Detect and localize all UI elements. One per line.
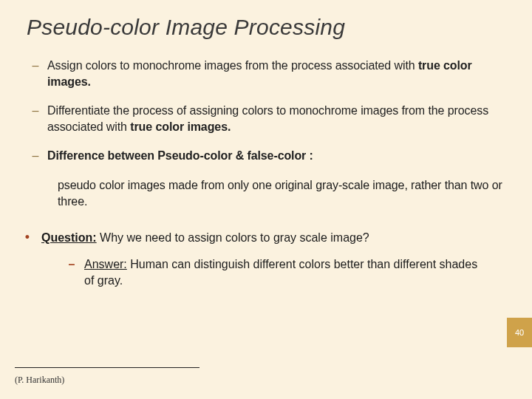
sub-paragraph: pseudo color images made from only one o… bbox=[58, 177, 510, 209]
answer-line: – Answer: Human can distinguish differen… bbox=[66, 256, 510, 290]
horizontal-rule bbox=[15, 367, 200, 368]
text-bold: true color images. bbox=[130, 120, 231, 133]
question-body: Why we need to assign colors to gray sca… bbox=[97, 231, 369, 244]
attribution: (P. Harikanth) bbox=[15, 375, 64, 386]
answer-label: Answer: bbox=[84, 258, 127, 270]
dash-icon: – bbox=[31, 58, 40, 89]
page-number-badge: 40 bbox=[507, 318, 532, 347]
bullet-text-3: Difference between Pseudo-color & false-… bbox=[47, 148, 510, 164]
text-part: Differentiate the process of assigning c… bbox=[47, 104, 488, 133]
dash-icon: – bbox=[31, 103, 40, 134]
slide: Pseudo-color Image Processing – Assign c… bbox=[0, 0, 532, 399]
answer-body: Human can distinguish different colors b… bbox=[84, 258, 477, 287]
dash-icon: – bbox=[31, 148, 40, 164]
bullet-item-1: – Assign colors to monochrome images fro… bbox=[31, 58, 510, 89]
question-text: Question: Why we need to assign colors t… bbox=[41, 230, 510, 246]
question-label: Question: bbox=[41, 231, 97, 244]
question-line: • Question: Why we need to assign colors… bbox=[22, 230, 510, 246]
answer-text: Answer: Human can distinguish different … bbox=[84, 256, 510, 290]
bullet-text-2: Differentiate the process of assigning c… bbox=[47, 103, 510, 134]
bullet-item-3: – Difference between Pseudo-color & fals… bbox=[31, 148, 510, 164]
text-part: Assign colors to monochrome images from … bbox=[47, 59, 418, 72]
slide-title: Pseudo-color Image Processing bbox=[27, 15, 510, 40]
bullet-text-1: Assign colors to monochrome images from … bbox=[47, 58, 510, 89]
dash-icon: – bbox=[66, 256, 77, 290]
bullet-item-2: – Differentiate the process of assigning… bbox=[31, 103, 510, 134]
bullet-icon: • bbox=[22, 230, 33, 246]
